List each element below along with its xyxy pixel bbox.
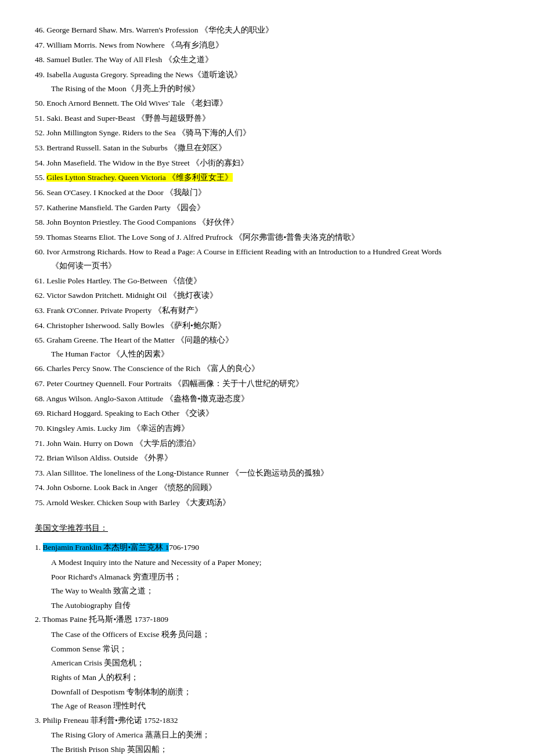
list-item: 57. Katherine Mansfield. The Garden Part… [35, 201, 499, 215]
work-item: The Autobiography 自传 [51, 599, 499, 613]
work-item: The Rising Glory of America 蒸蒸日上的美洲； [51, 728, 499, 742]
list-item: 69. Richard Hoggard. Speaking to Each Ot… [35, 406, 499, 420]
list-item: 52. John Millington Synge. Riders to the… [35, 126, 499, 140]
work-item: American Crisis 美国危机； [51, 656, 499, 670]
work-item: Poor Richard's Almanack 穷查理历书； [51, 570, 499, 584]
list-item-text: 58. John Boynton Priestley. The Good Com… [35, 218, 239, 226]
list-item: 74. John Osborne. Look Back in Anger 《愤怒… [35, 481, 499, 495]
list-item-text: 75. Arnold Wesker. Chicken Soup with Bar… [35, 498, 230, 507]
list-item: 50. Enoch Arnord Bennett. The Old Wives'… [35, 96, 499, 110]
list-item: 55. Giles Lytton Strachey. Queen Victori… [35, 171, 499, 185]
list-item-text: 72. Brian Wilson Aldiss. Outside 《外界》 [35, 453, 172, 462]
list-item-text: 56. Sean O'Casey. I Knocked at the Door … [35, 188, 206, 197]
author-entry: 3. Philip Freneau 菲利普•弗伦诺 1752-1832 [35, 714, 499, 728]
list-item-text: 55. Giles Lytton Strachey. Queen Victori… [35, 173, 233, 182]
british-list: 46. George Bernard Shaw. Mrs. Warren's P… [35, 23, 499, 510]
list-item: 66. Charles Percy Snow. The Conscience o… [35, 362, 499, 376]
list-item: 47. William Morris. News from Nowhere 《乌… [35, 38, 499, 52]
list-item: 48. Samuel Butler. The Way of All Flesh … [35, 53, 499, 67]
list-item-text: 53. Bertrand Russell. Satan in the Subur… [35, 143, 226, 152]
list-item: 71. John Wain. Hurry on Down 《大学后的漂泊》 [35, 437, 499, 451]
list-item-text: 50. Enoch Arnord Bennett. The Old Wives'… [35, 99, 228, 107]
list-item-text: 60. Ivor Armstrong Richards. How to Read… [35, 247, 442, 256]
list-item: 54. John Masefield. The Widow in the Bye… [35, 156, 499, 170]
list-item: 49. Isabella Augusta Gregory. Spreading … [35, 68, 499, 95]
author-entry: 2. Thomas Paine 托马斯•潘恩 1737-1809 [35, 613, 499, 627]
list-item-text: 70. Kingsley Amis. Lucky Jim 《幸运的吉姆》 [35, 424, 189, 433]
list-item: 73. Alan Sillitoe. The loneliness of the… [35, 466, 499, 480]
list-item: 65. Graham Greene. The Heart of the Matt… [35, 333, 499, 361]
list-item: 68. Angus Wilson. Anglo-Saxon Attitude 《… [35, 392, 499, 406]
author-highlight: Benjamin Franklin 本杰明•富兰克林 1 [43, 543, 169, 552]
work-item: The British Prison Ship 英国囚船； [51, 743, 499, 756]
work-item: The Age of Reason 理性时代 [51, 699, 499, 713]
section-header: 美国文学推荐书目： [35, 511, 499, 539]
list-item-text: 57. Katherine Mansfield. The Garden Part… [35, 203, 205, 212]
list-item-text: 65. Graham Greene. The Heart of the Matt… [35, 336, 233, 344]
list-item: 64. Christopher Isherwood. Sally Bowles … [35, 319, 499, 333]
list-item-text: 66. Charles Percy Snow. The Conscience o… [35, 364, 259, 373]
list-item-text: 67. Peter Courtney Quennell. Four Portra… [35, 379, 304, 388]
list-item-text: 63. Frank O'Conner. Private Property 《私有… [35, 306, 203, 315]
work-item: The Way to Wealth 致富之道； [51, 584, 499, 598]
list-item-text: 48. Samuel Butler. The Way of All Flesh … [35, 55, 213, 64]
list-item: 51. Saki. Beast and Super-Beast 《野兽与超级野兽… [35, 111, 499, 125]
list-item: 46. George Bernard Shaw. Mrs. Warren's P… [35, 23, 499, 37]
list-item-text: 61. Leslie Poles Hartley. The Go-Between… [35, 276, 201, 285]
list-item-text: 54. John Masefield. The Widow in the Bye… [35, 159, 248, 167]
author-entry: 1. Benjamin Franklin 本杰明•富兰克林 1706-1790 [35, 541, 499, 555]
list-item-text: 51. Saki. Beast and Super-Beast 《野兽与超级野兽… [35, 114, 210, 123]
list-item-text: 64. Christopher Isherwood. Sally Bowles … [35, 321, 226, 330]
list-item-text: 68. Angus Wilson. Anglo-Saxon Attitude 《… [35, 394, 249, 403]
list-item-text: 73. Alan Sillitoe. The loneliness of the… [35, 469, 329, 477]
list-item: 67. Peter Courtney Quennell. Four Portra… [35, 377, 499, 391]
list-item-text: 59. Thomas Stearns Eliot. The Love Song … [35, 233, 359, 242]
sub-item: The Rising of the Moon《月亮上升的时候》 [51, 82, 499, 96]
list-item: 61. Leslie Poles Hartley. The Go-Between… [35, 274, 499, 288]
work-item: Common Sense 常识； [51, 642, 499, 656]
list-item-text: 47. William Morris. News from Nowhere 《乌… [35, 41, 223, 49]
list-item: 56. Sean O'Casey. I Knocked at the Door … [35, 186, 499, 200]
list-item: 53. Bertrand Russell. Satan in the Subur… [35, 141, 499, 155]
list-item: 63. Frank O'Conner. Private Property 《私有… [35, 304, 499, 318]
list-item-text: 46. George Bernard Shaw. Mrs. Warren's P… [35, 26, 273, 34]
work-item: Downfall of Despotism 专制体制的崩溃； [51, 685, 499, 699]
sub-item: 《如何读一页书》 [51, 259, 499, 273]
list-item: 60. Ivor Armstrong Richards. How to Read… [35, 245, 499, 272]
list-item-text: 71. John Wain. Hurry on Down 《大学后的漂泊》 [35, 439, 200, 448]
list-item: 75. Arnold Wesker. Chicken Soup with Bar… [35, 496, 499, 510]
list-item-text: 49. Isabella Augusta Gregory. Spreading … [35, 70, 242, 79]
list-item: 62. Victor Sawdon Pritchett. Midnight Oi… [35, 289, 499, 303]
list-item: 72. Brian Wilson Aldiss. Outside 《外界》 [35, 451, 499, 465]
list-item-text: 69. Richard Hoggard. Speaking to Each Ot… [35, 409, 214, 417]
list-item: 59. Thomas Stearns Eliot. The Love Song … [35, 231, 499, 244]
list-item-text: 62. Victor Sawdon Pritchett. Midnight Oi… [35, 291, 218, 300]
american-list: 1. Benjamin Franklin 本杰明•富兰克林 1706-1790A… [35, 541, 499, 756]
work-item: A Modest Inquiry into the Nature and Nec… [51, 556, 499, 570]
sub-item: The Human Factor 《人性的因素》 [51, 347, 499, 361]
work-item: The Case of the Officers of Excise 税务员问题… [51, 628, 499, 642]
list-item: 58. John Boynton Priestley. The Good Com… [35, 215, 499, 229]
section-title: 美国文学推荐书目： [35, 521, 108, 535]
work-item: Rights of Man 人的权利； [51, 671, 499, 685]
list-item: 70. Kingsley Amis. Lucky Jim 《幸运的吉姆》 [35, 422, 499, 435]
list-item-text: 74. John Osborne. Look Back in Anger 《愤怒… [35, 483, 217, 492]
list-item-text: 52. John Millington Synge. Riders to the… [35, 128, 251, 137]
